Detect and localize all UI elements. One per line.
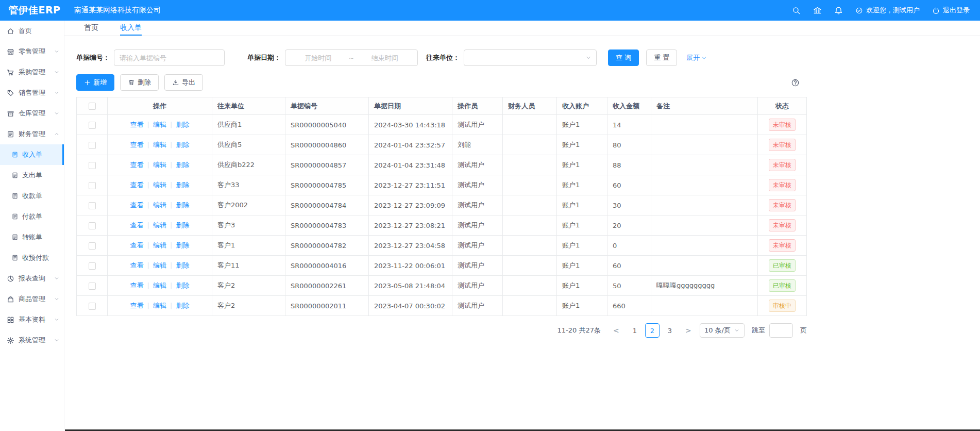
row-action-edit[interactable]: 编辑	[153, 261, 166, 269]
page-size-select[interactable]: 10 条/页	[700, 323, 745, 338]
row-checkbox[interactable]	[89, 142, 96, 149]
cell-counterparty: 客户2002	[212, 195, 285, 216]
reset-button[interactable]: 重 置	[646, 49, 677, 66]
next-page-button[interactable]: >	[681, 323, 696, 338]
row-action-delete[interactable]: 删除	[176, 121, 189, 128]
doc-no-input[interactable]	[114, 49, 225, 66]
sidebar-item-system[interactable]: 系统管理	[0, 330, 64, 351]
sidebar-item-product[interactable]: 商品管理	[0, 289, 64, 309]
sidebar-subitem-expense[interactable]: 支出单	[0, 165, 64, 186]
sidebar-item-basic[interactable]: 基本资料	[0, 309, 64, 330]
row-checkbox[interactable]	[89, 162, 96, 169]
cell-amount: 30	[607, 195, 651, 216]
row-action-view[interactable]: 查看	[130, 201, 144, 209]
welcome-user[interactable]: 欢迎您，测试用户	[855, 6, 920, 15]
cell-date: 2023-12-27 23:04:58	[369, 236, 452, 256]
sidebar-subitem-advance[interactable]: 收预付款	[0, 247, 64, 268]
prev-page-button[interactable]: <	[609, 323, 623, 338]
sidebar-subitem-payment[interactable]: 付款单	[0, 206, 64, 227]
date-start-input[interactable]	[290, 54, 347, 62]
help-icon[interactable]	[791, 78, 800, 87]
counterparty-select[interactable]	[464, 49, 597, 66]
page-button-3[interactable]: 3	[663, 323, 677, 338]
add-button[interactable]: 新增	[76, 74, 114, 91]
row-action-edit[interactable]: 编辑	[153, 241, 166, 249]
row-action-view[interactable]: 查看	[130, 241, 144, 249]
tab-home[interactable]: 首页	[84, 21, 98, 36]
row-action-view[interactable]: 查看	[130, 121, 144, 128]
home-building-icon[interactable]	[813, 6, 822, 15]
row-action-view[interactable]: 查看	[130, 281, 144, 289]
status-badge: 未审核	[769, 239, 796, 252]
search-icon[interactable]	[792, 6, 801, 15]
row-action-edit[interactable]: 编辑	[153, 161, 166, 169]
row-action-delete[interactable]: 删除	[176, 241, 189, 249]
row-action-edit[interactable]: 编辑	[153, 201, 166, 209]
sidebar-subitem-receipt[interactable]: 收款单	[0, 186, 64, 206]
row-checkbox[interactable]	[89, 222, 96, 229]
table-row: 查看|编辑|删除客户2SR000000020112023-04-07 00:30…	[77, 296, 807, 316]
row-checkbox[interactable]	[89, 303, 96, 310]
tab-income[interactable]: 收入单	[120, 21, 142, 36]
row-action-edit[interactable]: 编辑	[153, 141, 166, 148]
row-checkbox[interactable]	[89, 242, 96, 250]
row-action-delete[interactable]: 删除	[176, 181, 189, 189]
pie-icon	[7, 275, 14, 283]
row-actions: 查看|编辑|删除	[108, 155, 212, 175]
row-checkbox[interactable]	[89, 262, 96, 270]
row-action-view[interactable]: 查看	[130, 181, 144, 189]
row-action-view[interactable]: 查看	[130, 141, 144, 148]
action-divider: |	[170, 181, 172, 189]
row-action-view[interactable]: 查看	[130, 161, 144, 169]
row-checkbox[interactable]	[89, 122, 96, 129]
row-action-view[interactable]: 查看	[130, 302, 144, 309]
row-checkbox[interactable]	[89, 283, 96, 290]
status-badge: 审核中	[769, 300, 796, 312]
row-checkbox[interactable]	[89, 202, 96, 209]
row-action-delete[interactable]: 删除	[176, 221, 189, 229]
page-button-1[interactable]: 1	[628, 323, 642, 338]
sidebar-item-label: 仓库管理	[19, 109, 49, 118]
sidebar-item-warehouse[interactable]: 仓库管理	[0, 103, 64, 124]
export-label: 导出	[182, 78, 195, 87]
sidebar-item-finance[interactable]: 财务管理	[0, 124, 64, 144]
row-checkbox[interactable]	[89, 182, 96, 189]
date-range-picker[interactable]: ~	[285, 49, 418, 66]
sidebar-subitem-income[interactable]: 收入单	[0, 144, 64, 165]
row-action-edit[interactable]: 编辑	[153, 181, 166, 189]
select-all-checkbox[interactable]	[89, 103, 96, 110]
row-action-edit[interactable]: 编辑	[153, 221, 166, 229]
sidebar-item-sales[interactable]: 销售管理	[0, 82, 64, 103]
row-action-delete[interactable]: 删除	[176, 141, 189, 148]
row-action-delete[interactable]: 删除	[176, 261, 189, 269]
row-actions: 查看|编辑|删除	[108, 195, 212, 216]
sidebar-item-report[interactable]: 报表查询	[0, 268, 64, 289]
sidebar-subitem-transfer[interactable]: 转账单	[0, 227, 64, 247]
jump-input[interactable]	[769, 323, 793, 338]
sidebar-item-home[interactable]: 首页	[0, 21, 64, 41]
cell-doc-no: SR00000002011	[285, 296, 369, 316]
expand-link[interactable]: 展开	[686, 53, 707, 62]
sidebar-subitem-label: 支出单	[22, 171, 42, 180]
sidebar-item-retail[interactable]: 零售管理	[0, 41, 64, 62]
delete-button[interactable]: 删除	[120, 74, 159, 91]
row-action-edit[interactable]: 编辑	[153, 121, 166, 128]
row-action-delete[interactable]: 删除	[176, 201, 189, 209]
row-action-view[interactable]: 查看	[130, 261, 144, 269]
action-divider: |	[147, 161, 149, 169]
cell-finance-staff	[503, 155, 557, 175]
sidebar-item-purchase[interactable]: 采购管理	[0, 62, 64, 82]
page-button-2[interactable]: 2	[645, 323, 660, 338]
row-action-edit[interactable]: 编辑	[153, 302, 166, 309]
app-logo: 管伊佳ERP	[8, 4, 66, 17]
row-action-delete[interactable]: 删除	[176, 161, 189, 169]
row-action-view[interactable]: 查看	[130, 221, 144, 229]
search-button[interactable]: 查 询	[608, 49, 639, 66]
date-end-input[interactable]	[356, 54, 413, 62]
row-action-edit[interactable]: 编辑	[153, 281, 166, 289]
export-button[interactable]: 导出	[164, 74, 203, 91]
notification-bell-icon[interactable]	[834, 6, 843, 15]
logout-button[interactable]: 退出登录	[932, 6, 970, 15]
row-action-delete[interactable]: 删除	[176, 302, 189, 309]
row-action-delete[interactable]: 删除	[176, 281, 189, 289]
